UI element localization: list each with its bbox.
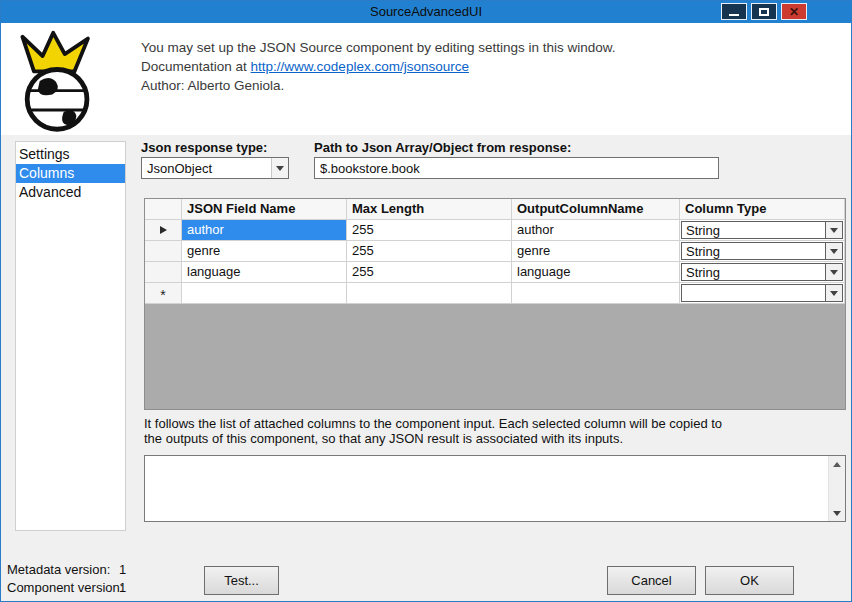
cell-field[interactable]: author xyxy=(182,220,347,241)
test-button[interactable]: Test... xyxy=(204,566,279,595)
table-row: genre 255 genre String xyxy=(145,241,845,262)
column-type-combobox[interactable]: String xyxy=(681,242,843,260)
cell-output[interactable] xyxy=(512,283,680,304)
current-row-arrow-icon xyxy=(160,226,167,234)
header-panel: You may set up the JSON Source component… xyxy=(1,23,851,135)
section-list: Settings Columns Advanced xyxy=(15,141,126,531)
cell-output[interactable]: author xyxy=(512,220,680,241)
columns-help-text: It follows the list of attached columns … xyxy=(144,416,729,446)
header-description: You may set up the JSON Source component… xyxy=(141,38,616,95)
json-path-input[interactable] xyxy=(314,157,719,179)
response-type-value: JsonObject xyxy=(142,161,271,176)
scroll-down-button[interactable] xyxy=(829,505,845,521)
crown-globe-logo-icon xyxy=(9,29,109,139)
scroll-up-button[interactable] xyxy=(829,456,845,472)
grid-header-row: JSON Field Name Max Length OutputColumnN… xyxy=(145,199,845,220)
metadata-version-label: Metadata version: xyxy=(7,562,110,577)
cell-field[interactable]: genre xyxy=(182,241,347,262)
column-type-combobox[interactable]: String xyxy=(681,221,843,239)
chevron-up-icon xyxy=(833,462,841,467)
cell-type xyxy=(680,283,845,304)
column-type-dropdown-button[interactable] xyxy=(825,285,842,301)
source-advanced-ui-window: SourceAdvancedUI ✕ xyxy=(0,0,852,602)
column-type-dropdown-button[interactable] xyxy=(825,264,842,280)
details-textbox[interactable] xyxy=(145,456,828,521)
ok-button[interactable]: OK xyxy=(705,566,794,595)
row-selector[interactable] xyxy=(145,241,182,262)
row-selector[interactable] xyxy=(145,262,182,283)
column-type-value: String xyxy=(682,223,825,238)
cell-type: String xyxy=(680,241,845,262)
minimize-button[interactable] xyxy=(721,3,747,20)
header-line-intro: You may set up the JSON Source component… xyxy=(141,38,616,57)
table-row: author 255 author String xyxy=(145,220,845,241)
grid-header-field[interactable]: JSON Field Name xyxy=(182,199,347,220)
chevron-down-icon xyxy=(833,511,841,516)
grid-header-output[interactable]: OutputColumnName xyxy=(512,199,680,220)
column-type-value: String xyxy=(682,265,825,280)
header-line-doc: Documentation at http://www.codeplex.com… xyxy=(141,57,616,76)
grid-header-type[interactable]: Column Type xyxy=(680,199,845,220)
json-path-label: Path to Json Array/Object from response: xyxy=(314,140,571,155)
cell-type: String xyxy=(680,220,845,241)
minimize-icon xyxy=(729,14,739,16)
column-type-value: String xyxy=(682,244,825,259)
window-controls: ✕ xyxy=(721,3,807,20)
new-row-marker: * xyxy=(160,288,165,302)
column-type-dropdown-button[interactable] xyxy=(825,243,842,259)
vertical-scrollbar[interactable] xyxy=(828,456,845,521)
grid-corner-cell[interactable] xyxy=(145,199,182,220)
sidebar-item-advanced[interactable]: Advanced xyxy=(16,183,125,202)
cell-output[interactable]: language xyxy=(512,262,680,283)
grid-header-maxlength[interactable]: Max Length xyxy=(347,199,512,220)
column-type-combobox[interactable]: String xyxy=(681,263,843,281)
component-version-label: Component version: xyxy=(7,580,123,595)
cell-maxlength[interactable]: 255 xyxy=(347,241,512,262)
response-type-label: Json response type: xyxy=(141,140,267,155)
chevron-down-icon xyxy=(830,291,838,296)
component-version-value: 1 xyxy=(119,580,126,595)
cancel-button[interactable]: Cancel xyxy=(607,566,696,595)
cell-maxlength[interactable] xyxy=(347,283,512,304)
chevron-down-icon xyxy=(830,228,838,233)
details-textbox-container xyxy=(144,455,846,522)
doc-prefix: Documentation at xyxy=(141,59,247,74)
close-button[interactable]: ✕ xyxy=(781,3,807,20)
response-type-combobox[interactable]: JsonObject xyxy=(141,157,289,179)
response-type-dropdown-button[interactable] xyxy=(271,158,288,178)
header-line-author: Author: Alberto Geniola. xyxy=(141,76,616,95)
cell-maxlength[interactable]: 255 xyxy=(347,262,512,283)
row-selector[interactable]: * xyxy=(145,283,182,304)
maximize-button[interactable] xyxy=(751,3,777,20)
sidebar-item-columns[interactable]: Columns xyxy=(16,164,125,183)
column-type-dropdown-button[interactable] xyxy=(825,222,842,238)
maximize-icon xyxy=(759,8,769,16)
columns-grid: JSON Field Name Max Length OutputColumnN… xyxy=(144,198,846,410)
metadata-version-value: 1 xyxy=(119,562,126,577)
chevron-down-icon xyxy=(830,249,838,254)
cell-maxlength[interactable]: 255 xyxy=(347,220,512,241)
cell-field[interactable] xyxy=(182,283,347,304)
cell-field[interactable]: language xyxy=(182,262,347,283)
table-row: language 255 language String xyxy=(145,262,845,283)
cell-output[interactable]: genre xyxy=(512,241,680,262)
cell-type: String xyxy=(680,262,845,283)
table-row-new: * xyxy=(145,283,845,304)
documentation-link[interactable]: http://www.codeplex.com/jsonsource xyxy=(251,59,469,74)
sidebar-item-settings[interactable]: Settings xyxy=(16,145,125,164)
chevron-down-icon xyxy=(276,166,284,171)
column-type-combobox[interactable] xyxy=(681,284,843,302)
chevron-down-icon xyxy=(830,270,838,275)
row-selector[interactable] xyxy=(145,220,182,241)
title-bar[interactable]: SourceAdvancedUI ✕ xyxy=(1,1,851,23)
close-icon: ✕ xyxy=(789,6,799,18)
